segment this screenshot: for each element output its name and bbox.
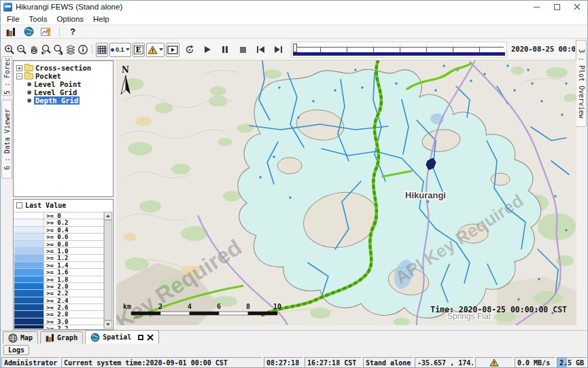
menu-tools[interactable]: Tools	[24, 15, 52, 23]
legend-rows: >= 0>= 0.2>= 0.4>= 0.6>= 0.8>= 1.0>= 1.2…	[14, 212, 103, 329]
tree-node-pocket[interactable]: - Pocket	[15, 72, 111, 80]
menu-help[interactable]: Help	[88, 15, 114, 23]
maximize-button[interactable]	[547, 1, 567, 13]
maximize-icon	[554, 4, 560, 10]
scrollbar-thumb[interactable]	[104, 220, 112, 320]
toolbar-separator	[92, 45, 92, 54]
animation-settings-button[interactable]	[184, 42, 196, 57]
town-label: Hikurangi	[405, 190, 446, 200]
legend-label: >= 2.2	[44, 290, 103, 296]
tree-node-level-point[interactable]: Level Point	[15, 80, 111, 88]
legend-row: >= 2.8	[14, 311, 103, 318]
application-window: Hikurangi FEWS (Stand alone) File Tools …	[0, 0, 588, 368]
tree-node-cross-section[interactable]: + Cross-section	[15, 64, 111, 72]
help-button[interactable]: ?	[65, 26, 80, 38]
pan-button[interactable]	[28, 42, 40, 57]
north-label: N	[122, 65, 129, 75]
legend-swatch	[14, 241, 44, 247]
time-slider-thumb[interactable]	[293, 43, 297, 52]
tree-node-level-grid[interactable]: Level Grid	[15, 88, 111, 96]
map-display-button[interactable]	[21, 26, 36, 38]
pause-button[interactable]	[220, 42, 231, 57]
status-mode: Stand alone	[363, 357, 413, 368]
map-canvas[interactable]: API Key Required API Key Required Hikura…	[116, 60, 576, 325]
zoom-out-icon	[16, 44, 27, 55]
zoom-next-button[interactable]	[52, 42, 65, 57]
tab-data-viewer[interactable]: 6 : Data Viewer	[1, 100, 12, 179]
scale-tick-label: 10	[273, 303, 281, 310]
legend-scrollbar[interactable]	[103, 212, 112, 329]
tree-node-depth-grid[interactable]: Depth Grid	[15, 96, 111, 105]
legend-swatch	[14, 255, 44, 261]
menu-options[interactable]: Options	[52, 15, 88, 23]
tab-graph[interactable]: Graph	[40, 331, 83, 344]
zoom-out-button[interactable]	[16, 42, 28, 57]
folder-icon	[24, 65, 33, 71]
map-view[interactable]: API Key Required API Key Required Hikura…	[116, 60, 576, 325]
legend-label: >= 2.6	[44, 304, 103, 310]
last-value-checkbox[interactable]	[16, 202, 22, 208]
menu-file[interactable]: File	[2, 15, 24, 23]
tab-forecast[interactable]: 5 : Forec	[1, 56, 12, 96]
zoom-previous-button[interactable]	[40, 42, 52, 57]
info-icon	[77, 44, 88, 55]
time-slider[interactable]	[291, 41, 507, 58]
maximize-panel-icon[interactable]	[138, 335, 143, 340]
tab-forecast-label: 5 : Forec	[3, 58, 11, 94]
pause-icon	[222, 46, 228, 53]
tab-plot-overview[interactable]: 3 : Plot Overview	[576, 40, 587, 127]
zoom-in-button[interactable]	[3, 42, 16, 57]
zoom-back-icon	[41, 44, 52, 55]
data-display-button[interactable]	[3, 26, 18, 38]
scale-tick-label: 8	[246, 303, 250, 310]
legend-label: >= 2.4	[44, 297, 103, 303]
toolbar-separator	[59, 27, 60, 37]
info-button[interactable]	[77, 42, 89, 57]
expander-minus-icon[interactable]: -	[16, 73, 22, 79]
legend-row: >= 0.4	[14, 227, 103, 234]
status-coordinates: -35.657 , 174.199	[415, 357, 474, 368]
legend-row: >= 0	[14, 213, 103, 219]
timeseries-button[interactable]	[39, 26, 54, 38]
hand-icon	[29, 44, 39, 55]
main-toolbar: ?	[1, 24, 587, 39]
right-tab-strip: 3 : Plot Overview	[575, 39, 587, 330]
movie-play-icon	[167, 45, 178, 54]
wire-globe-icon	[8, 333, 18, 343]
tree-node-label: Level Point	[34, 80, 82, 88]
tab-plot-overview-label: 3 : Plot Overview	[578, 49, 585, 118]
layers-button[interactable]	[65, 42, 77, 57]
tree-node-label: Cross-section	[35, 64, 91, 72]
left-panel: + Cross-section - Pocket Level Point Lev…	[13, 60, 115, 330]
expander-plus-icon[interactable]: +	[16, 65, 22, 71]
stop-button[interactable]	[237, 42, 249, 57]
tab-map[interactable]: Map	[3, 331, 38, 344]
tree-node-label: Pocket	[35, 72, 61, 80]
legend-label: >= 0	[44, 213, 103, 219]
tab-spatial[interactable]: Spatial	[85, 330, 159, 344]
export-animation-button[interactable]	[166, 43, 179, 57]
scroll-up-button[interactable]	[104, 212, 112, 220]
play-button[interactable]	[202, 42, 213, 57]
close-tab-icon[interactable]	[147, 334, 154, 341]
scroll-down-button[interactable]	[104, 320, 112, 329]
legend-swatch	[14, 283, 44, 289]
scale-tick-label: 6	[217, 303, 221, 310]
minimize-button[interactable]	[526, 1, 547, 13]
class-break-dropdown[interactable]: 0.1	[109, 43, 131, 57]
legend-swatch	[14, 325, 44, 329]
warning-dropdown[interactable]	[146, 43, 165, 57]
status-warning[interactable]	[475, 357, 513, 368]
loop-icon	[184, 44, 195, 55]
label-toggle-button[interactable]: E	[133, 43, 145, 57]
logs-button[interactable]: Logs	[3, 345, 29, 355]
grid-toggle-button[interactable]	[96, 43, 108, 57]
tab-controls	[138, 334, 154, 341]
bar-chart-icon	[6, 27, 16, 37]
close-button[interactable]	[567, 1, 587, 13]
legend-row: >= 0.6	[14, 234, 103, 240]
status-data-rate: 0.0 MB/s	[515, 357, 555, 368]
last-frame-button[interactable]	[273, 42, 284, 57]
first-frame-button[interactable]	[255, 42, 266, 57]
scale-tick-label: 4	[188, 303, 192, 310]
